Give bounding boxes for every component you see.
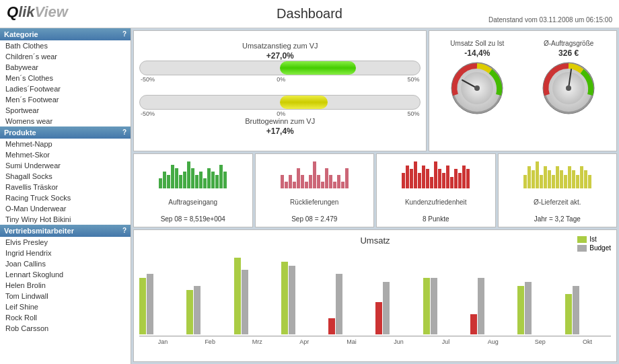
bar-group xyxy=(281,262,327,334)
spark-bar xyxy=(171,165,174,188)
spark-bar xyxy=(333,182,336,188)
spark-bar xyxy=(341,182,344,188)
sidebar-item-racing-truck-socks[interactable]: Racing Truck Socks xyxy=(0,192,131,203)
sidebar-section-vertrieb-q: ? xyxy=(122,227,126,235)
auftragseingang-bars xyxy=(159,158,227,188)
sidebar-item-mehmet-skor[interactable]: Mehmet-Skor xyxy=(0,149,131,160)
ist-bar xyxy=(423,278,430,334)
month-label: Mrz xyxy=(233,338,281,345)
umsatzanstieg-gauge: Umsatzanstieg zum VJ +27,0% -50% 0% 50% xyxy=(139,42,421,83)
sidebar-section-vertrieb[interactable]: Vertriebsmitarbeiter ? xyxy=(0,225,131,237)
umsatz-chart-panel: Umsatz Ist Budget JanFebMrzAprMaiJunJulA… xyxy=(133,229,617,362)
brutto-tick-pos50: 50% xyxy=(407,110,419,117)
budget-bar xyxy=(147,274,153,334)
spark-bar xyxy=(422,166,425,188)
sidebar-item-shagall-socks[interactable]: Shagall Socks xyxy=(0,171,131,182)
tick-neg50: -50% xyxy=(141,76,155,83)
lieferzeit-bars xyxy=(523,158,591,188)
sidebar-item-mens-clothes[interactable]: Men´s Clothes xyxy=(0,73,131,83)
sidebar-item-tiny-winy[interactable]: Tiny Winy Hot Bikini xyxy=(0,214,131,225)
auftragseingang-title: Auftragseingang xyxy=(168,198,217,206)
spark-bar xyxy=(572,170,575,188)
spark-bar xyxy=(588,175,591,188)
bar-group xyxy=(470,278,516,334)
month-label: Jul xyxy=(423,338,470,345)
spark-bar xyxy=(317,175,320,188)
ist-bar xyxy=(470,314,477,334)
dial2-gauge xyxy=(542,61,595,115)
sidebar-item-womens-wear[interactable]: Womens wear xyxy=(0,116,131,126)
bruttogewinn-track xyxy=(139,95,421,110)
dial1-value: -14,4% xyxy=(464,48,490,58)
sidebar-item-ravellis-traskor[interactable]: Ravellis Träskor xyxy=(0,182,131,192)
sidebar-item-rob[interactable]: Rob Carsson xyxy=(0,323,131,334)
spark-bar xyxy=(329,175,332,188)
month-label: Feb xyxy=(186,338,233,345)
spark-bar xyxy=(544,166,547,188)
chart-legend: Ist Budget xyxy=(577,235,611,253)
month-label: Jun xyxy=(375,338,422,345)
month-label: Okt xyxy=(564,338,611,345)
sidebar-item-ladies-footwear[interactable]: Ladies´Footwear xyxy=(0,83,131,94)
sidebar-item-joan[interactable]: Joan Callins xyxy=(0,258,131,269)
sidebar-item-lennart[interactable]: Lennart Skoglund xyxy=(0,269,131,280)
spark-bar xyxy=(418,173,421,188)
kundenzufriedenheit-title: Kundenzufriedenheit xyxy=(405,198,467,206)
ruecklieferungen-val: Sep 08 = 2.479 xyxy=(291,215,337,223)
sidebar-item-ingrid[interactable]: Ingrid Hendrix xyxy=(0,248,131,258)
sidebar-item-tom[interactable]: Tom Lindwall xyxy=(0,291,131,301)
sidebar-item-bath-clothes[interactable]: Bath Clothes xyxy=(0,40,131,51)
ist-bar xyxy=(375,302,382,334)
chart-month-labels: JanFebMrzAprMaiJunJulAugSepOkt xyxy=(139,338,611,345)
bar-group xyxy=(328,274,374,334)
spark-bar xyxy=(215,175,219,188)
sidebar-item-mens-footwear[interactable]: Men´s Footwear xyxy=(0,94,131,105)
svg-point-9 xyxy=(566,85,571,91)
ist-bar xyxy=(565,294,572,334)
svg-point-4 xyxy=(474,85,480,91)
sidebar-item-sportwear[interactable]: Sportwear xyxy=(0,105,131,116)
umsatzanstieg-value: +27,0% xyxy=(139,51,421,61)
spark-bar xyxy=(163,172,166,188)
sidebar-item-sumi-underwear[interactable]: Sumi Underwear xyxy=(0,160,131,171)
spark-bar xyxy=(207,168,211,188)
sidebar: Kategorie ? Bath Clothes Children´s wear… xyxy=(0,28,131,364)
kundenzufriedenheit-box: Kundenzufriedenheit 8 Punkte xyxy=(376,153,496,227)
spark-bar xyxy=(223,172,227,188)
sidebar-item-elvis[interactable]: Elvis Presley xyxy=(0,237,131,248)
brutto-tick-neg50: -50% xyxy=(141,110,155,117)
sidebar-item-rock[interactable]: Rock Roll xyxy=(0,312,131,323)
sidebar-item-childrens-wear[interactable]: Children´s wear xyxy=(0,51,131,62)
dial1-title: Umsatz Soll zu Ist xyxy=(450,40,504,47)
sidebar-item-babywear[interactable]: Babywear xyxy=(0,62,131,73)
spark-bar xyxy=(466,169,470,188)
spark-bar xyxy=(458,173,462,188)
spark-bar xyxy=(199,172,203,188)
sidebar-item-leif[interactable]: Leif Shine xyxy=(0,301,131,312)
sidebar-section-kategorie[interactable]: Kategorie ? xyxy=(0,28,131,40)
legend-budget-color xyxy=(577,245,587,252)
sidebar-item-helen[interactable]: Helen Brolin xyxy=(0,280,131,291)
sidebar-section-kategorie-label: Kategorie xyxy=(4,30,38,38)
sidebar-section-produkte[interactable]: Produkte ? xyxy=(0,126,131,139)
budget-bar xyxy=(573,286,579,334)
lieferzeit-title: Ø-Lieferzeit akt. xyxy=(534,198,581,206)
umsatz-title: Umsatz xyxy=(139,235,611,246)
ist-bar xyxy=(328,318,335,334)
spark-bar xyxy=(446,166,449,188)
spark-bar xyxy=(564,175,567,188)
budget-bar xyxy=(336,274,342,334)
sidebar-item-mehmet-napp[interactable]: Mehmet-Napp xyxy=(0,139,131,149)
spark-bar xyxy=(536,161,539,188)
page-title: Dashboard xyxy=(277,6,342,22)
spark-bar xyxy=(402,173,405,188)
bar-group xyxy=(234,258,280,334)
spark-bar xyxy=(406,166,409,188)
brutto-tick-0: 0% xyxy=(277,110,285,117)
dial2-value: 326 € xyxy=(558,48,579,58)
spark-bar xyxy=(410,169,413,188)
spark-bar xyxy=(568,166,571,188)
sidebar-item-oman-underwear[interactable]: O-Man Underwear xyxy=(0,203,131,214)
budget-bar xyxy=(525,282,532,334)
umsatzanstieg-track xyxy=(139,61,421,75)
